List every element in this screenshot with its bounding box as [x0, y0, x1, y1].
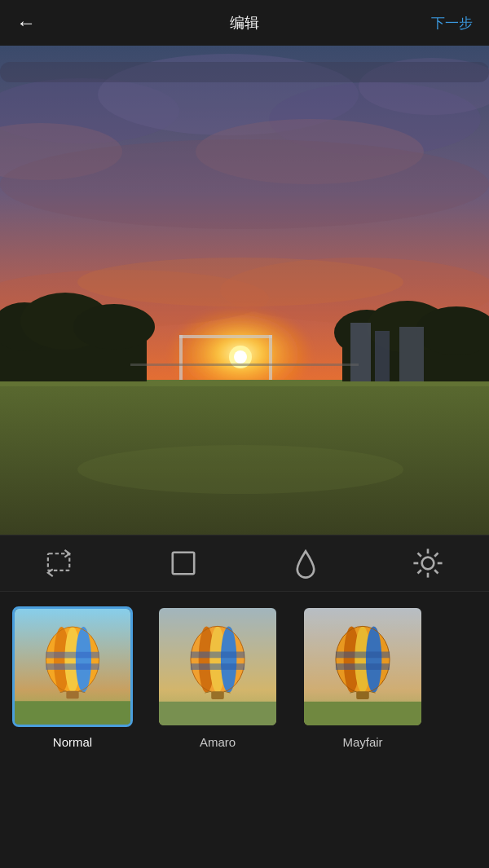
adjust-icon	[410, 545, 446, 581]
filter-normal[interactable]: Normal	[0, 606, 145, 749]
crop-tool[interactable]	[43, 545, 79, 581]
svg-rect-76	[336, 652, 390, 659]
page-title: 编辑	[230, 13, 259, 33]
frame-tool[interactable]	[165, 545, 201, 581]
adjust-tool[interactable]	[410, 545, 446, 581]
svg-rect-52	[66, 691, 78, 699]
svg-rect-30	[399, 327, 424, 381]
svg-rect-13	[0, 62, 489, 82]
svg-point-48	[76, 627, 91, 693]
filter-strip: Normal	[0, 592, 489, 868]
svg-rect-27	[179, 335, 272, 338]
svg-rect-28	[350, 323, 371, 381]
svg-rect-68	[159, 702, 276, 725]
svg-point-74	[366, 626, 381, 693]
svg-line-41	[434, 570, 438, 573]
svg-line-42	[434, 553, 438, 557]
svg-rect-31	[130, 364, 359, 366]
svg-rect-78	[356, 691, 369, 699]
svg-line-43	[418, 570, 421, 573]
filter-mayfair[interactable]: Mayfair	[290, 606, 435, 749]
svg-rect-51	[46, 663, 99, 670]
svg-rect-29	[375, 331, 390, 381]
filter-amaro-thumb	[157, 606, 278, 727]
header: ← 编辑 下一步	[0, 0, 489, 46]
color-tool[interactable]	[288, 545, 324, 581]
drop-icon	[288, 545, 324, 581]
svg-line-40	[418, 553, 421, 557]
back-button[interactable]: ←	[16, 11, 36, 34]
svg-rect-77	[336, 663, 390, 670]
crop-icon	[43, 545, 79, 581]
filter-amaro-label: Amaro	[200, 735, 236, 749]
svg-rect-65	[211, 691, 224, 699]
svg-rect-50	[46, 652, 99, 659]
svg-point-3	[234, 350, 247, 364]
frame-icon	[165, 545, 201, 581]
svg-rect-34	[173, 553, 194, 574]
filter-normal-label: Normal	[53, 735, 92, 749]
filter-normal-thumb	[12, 606, 133, 727]
next-button[interactable]: 下一步	[431, 14, 473, 33]
svg-rect-25	[179, 335, 183, 380]
svg-point-20	[73, 304, 155, 350]
svg-rect-63	[191, 652, 244, 659]
svg-point-32	[77, 445, 403, 494]
photo-preview	[0, 46, 489, 535]
toolbar	[0, 535, 489, 592]
svg-rect-64	[191, 663, 244, 670]
svg-point-14	[0, 139, 489, 229]
svg-point-61	[221, 626, 236, 693]
svg-rect-26	[269, 335, 272, 380]
svg-rect-55	[15, 701, 130, 725]
svg-point-12	[77, 258, 403, 306]
filter-amaro[interactable]: Amaro	[145, 606, 290, 749]
svg-rect-81	[304, 702, 421, 725]
filter-mayfair-label: Mayfair	[342, 735, 382, 749]
svg-point-35	[422, 557, 434, 570]
filter-mayfair-thumb	[302, 606, 423, 727]
